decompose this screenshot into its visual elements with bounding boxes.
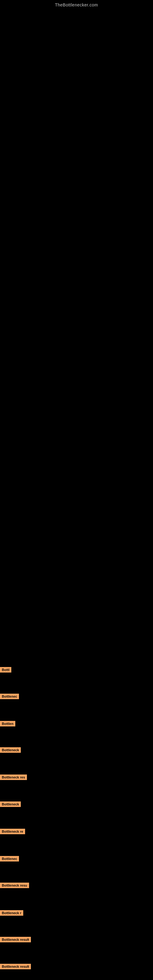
bottleneck-label: Bottleneck r [0, 910, 23, 916]
bottleneck-label: Bottl [0, 667, 11, 673]
bottleneck-label: Bottleneck [0, 802, 21, 807]
bottleneck-label: Bottleneck re [0, 829, 25, 834]
site-title: TheBottlenecker.com [0, 0, 153, 7]
bottleneck-label: Bottlenec [0, 856, 19, 861]
bottleneck-label: Bottlenec [0, 694, 19, 699]
bottleneck-label: Bottleneck [0, 747, 21, 753]
bottleneck-label: Bottleneck resu [0, 883, 29, 888]
bottleneck-label: Bottleneck result [0, 937, 31, 942]
bottleneck-label: Bottlen [0, 721, 15, 726]
bottleneck-label: Bottleneck result [0, 964, 31, 969]
bottleneck-label: Bottleneck res [0, 775, 27, 780]
